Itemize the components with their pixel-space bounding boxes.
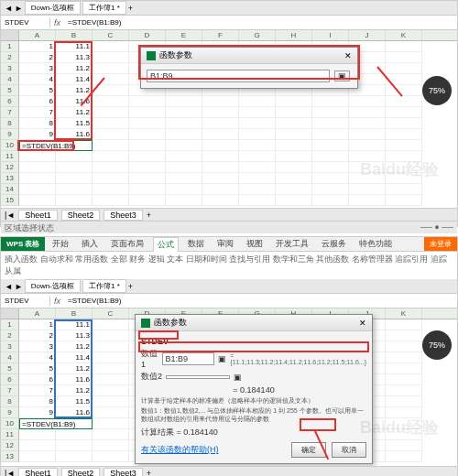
cell[interactable]: 11.3 [56,330,93,341]
cell[interactable] [386,151,422,162]
expand-icon[interactable]: ▣ [334,70,350,81]
cell[interactable]: 11.2 [56,85,93,96]
cell[interactable] [56,429,93,440]
cell[interactable] [19,440,56,451]
row-header[interactable]: 10 [1,418,19,429]
cell[interactable] [276,107,312,118]
cell[interactable] [386,85,422,96]
ribbon-tab[interactable]: 页面布局 [107,237,147,252]
cell[interactable] [93,429,129,440]
range-input[interactable]: B1:B9 [147,70,330,82]
cell[interactable] [93,451,129,462]
zoom-slider[interactable]: ── ● ── [420,222,453,233]
cell[interactable] [386,341,422,352]
cell[interactable]: 11.4 [56,74,93,85]
arg-input-1[interactable]: B1:B9 [162,352,215,365]
cell[interactable] [202,184,239,195]
cell[interactable]: 5 [19,85,56,96]
cell[interactable]: 5 [19,363,56,374]
cell[interactable] [239,118,276,129]
cell[interactable] [56,173,93,184]
cell[interactable]: 6 [19,374,56,385]
cell[interactable]: 1 [19,319,56,330]
cell[interactable] [386,429,422,440]
row-header[interactable]: 9 [1,129,19,140]
cell[interactable] [386,418,422,429]
cell[interactable]: 11.4 [56,352,93,363]
cell[interactable] [93,140,129,151]
formula-cell[interactable]: =STDEV(B1:B9) [19,418,93,429]
row-header[interactable]: 12 [1,440,19,451]
cell[interactable] [276,118,312,129]
cell[interactable] [276,173,312,184]
row-header[interactable]: 3 [1,341,19,352]
cell[interactable] [312,107,349,118]
cell[interactable]: 11.2 [56,341,93,352]
cell[interactable] [129,162,166,173]
ribbon-tab[interactable]: 审阅 [213,237,237,252]
ribbon-tab[interactable]: 公式 [153,237,179,252]
cell[interactable] [129,140,166,151]
cell[interactable] [129,173,166,184]
cell[interactable] [386,396,422,407]
cell[interactable] [19,151,56,162]
cell[interactable] [312,96,349,107]
cell[interactable] [312,184,349,195]
cell[interactable] [386,451,422,462]
col-header[interactable]: A [19,308,56,319]
cell[interactable] [19,162,56,173]
name-box[interactable]: STDEV [1,17,50,27]
cell[interactable] [276,129,312,140]
cell[interactable] [386,96,422,107]
cell[interactable] [166,184,202,195]
formula-input[interactable]: =STDEV(B1:B9) [64,17,457,27]
cell[interactable] [276,195,312,206]
cell[interactable] [312,195,349,206]
name-box[interactable]: STDEV [1,296,50,306]
cell[interactable] [349,107,386,118]
cell[interactable] [202,107,239,118]
cell[interactable] [93,129,129,140]
cell[interactable] [166,129,202,140]
cell[interactable] [239,195,276,206]
row-header[interactable]: 3 [1,63,19,74]
cell[interactable] [276,151,312,162]
cell[interactable] [202,129,239,140]
cell[interactable] [349,140,386,151]
cell[interactable]: 9 [19,129,56,140]
cell[interactable]: 11.6 [56,374,93,385]
cell[interactable] [19,173,56,184]
cell[interactable] [349,195,386,206]
sheet-tab[interactable]: Sheet2 [61,468,101,477]
cell[interactable] [386,107,422,118]
nav-left-icon[interactable]: ◄ [5,4,13,13]
sheet-tab[interactable]: Sheet3 [104,468,143,477]
cell[interactable] [386,385,422,396]
close-icon[interactable]: ✕ [344,51,352,60]
cell[interactable] [349,184,386,195]
cell[interactable] [276,96,312,107]
cell[interactable] [166,162,202,173]
cell[interactable] [386,330,422,341]
cell[interactable] [93,341,129,352]
cell[interactable] [56,184,93,195]
col-header[interactable]: I [312,30,349,40]
cell[interactable] [56,151,93,162]
cell[interactable]: 11.6 [56,407,93,418]
cell[interactable] [19,451,56,462]
sheet-add-icon[interactable]: + [147,211,151,220]
cell[interactable] [349,162,386,173]
doc-tab-2[interactable]: 工作簿1 * [82,279,126,293]
help-link[interactable]: 有关该函数的帮助(H) [141,444,219,456]
cell[interactable] [93,41,129,52]
tab-add-icon[interactable]: + [128,4,133,13]
cell[interactable] [19,429,56,440]
row-header[interactable]: 10 [1,140,19,151]
cell[interactable] [239,140,276,151]
cell[interactable] [239,151,276,162]
cell[interactable] [386,41,422,52]
cell[interactable] [386,162,422,173]
cell[interactable]: 2 [19,330,56,341]
cell[interactable] [93,184,129,195]
sheet-tab[interactable]: Sheet3 [104,210,143,221]
